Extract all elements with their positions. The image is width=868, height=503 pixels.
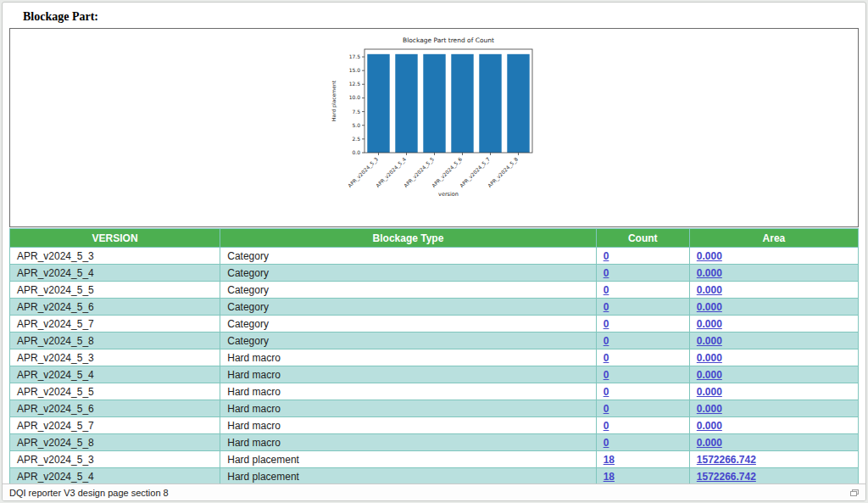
table-row: APR_v2024_5_8Category00.000 bbox=[10, 333, 859, 349]
table-row: APR_v2024_5_6Category00.000 bbox=[10, 299, 859, 316]
version-cell: APR_v2024_5_6 bbox=[10, 299, 220, 316]
area-cell: 0.000 bbox=[689, 349, 858, 366]
area-cell: 0.000 bbox=[689, 366, 858, 383]
area-link[interactable]: 0.000 bbox=[697, 386, 722, 398]
area-link[interactable]: 0.000 bbox=[697, 352, 722, 364]
count-link[interactable]: 0 bbox=[604, 403, 609, 415]
count-link[interactable]: 0 bbox=[604, 386, 609, 398]
plot-border bbox=[364, 49, 532, 153]
count-cell: 0 bbox=[596, 316, 689, 333]
version-cell: APR_v2024_5_8 bbox=[10, 333, 220, 349]
blockage-type-cell: Hard macro bbox=[220, 434, 596, 451]
y-tick-label: 10.0 bbox=[349, 94, 361, 100]
blockage-type-cell: Category bbox=[220, 248, 596, 265]
area-link[interactable]: 0.000 bbox=[697, 335, 722, 347]
table-row: APR_v2024_5_3Hard macro00.000 bbox=[10, 349, 859, 366]
blockage-type-cell: Hard macro bbox=[220, 366, 596, 383]
count-cell: 18 bbox=[596, 451, 689, 468]
area-link[interactable]: 0.000 bbox=[697, 301, 722, 313]
bar-chart: Blockage Part trend of Count0.02.55.07.5… bbox=[327, 32, 541, 200]
report-content: Blockage Part: Blockage Part trend of Co… bbox=[3, 3, 865, 483]
count-link[interactable]: 0 bbox=[604, 352, 609, 364]
count-link[interactable]: 0 bbox=[604, 284, 609, 296]
bar bbox=[479, 54, 501, 153]
version-cell: APR_v2024_5_4 bbox=[10, 366, 220, 383]
y-tick-label: 12.5 bbox=[349, 81, 361, 87]
version-cell: APR_v2024_5_4 bbox=[10, 265, 220, 282]
area-cell: 0.000 bbox=[689, 383, 858, 400]
area-cell: 0.000 bbox=[689, 333, 858, 349]
count-link[interactable]: 18 bbox=[604, 454, 615, 466]
table-row: APR_v2024_5_3Hard placement181572266.742 bbox=[10, 451, 859, 468]
count-link[interactable]: 18 bbox=[604, 471, 615, 483]
x-axis-label: version bbox=[438, 191, 459, 198]
count-link[interactable]: 0 bbox=[604, 369, 609, 381]
table-row: APR_v2024_5_4Hard macro00.000 bbox=[10, 366, 859, 383]
area-link[interactable]: 0.000 bbox=[697, 267, 722, 279]
blockage-type-cell: Hard macro bbox=[220, 400, 596, 417]
count-cell: 0 bbox=[596, 282, 689, 299]
count-link[interactable]: 0 bbox=[604, 420, 609, 432]
area-link[interactable]: 0.000 bbox=[697, 369, 722, 381]
area-cell: 0.000 bbox=[689, 248, 858, 265]
count-cell: 0 bbox=[596, 299, 689, 316]
table-row: APR_v2024_5_7Category00.000 bbox=[10, 316, 859, 333]
count-cell: 0 bbox=[596, 248, 689, 265]
blockage-type-cell: Hard macro bbox=[220, 383, 596, 400]
count-cell: 0 bbox=[596, 349, 689, 366]
count-link[interactable]: 0 bbox=[604, 437, 609, 449]
area-link[interactable]: 0.000 bbox=[697, 403, 722, 415]
y-tick-label: 7.5 bbox=[352, 109, 360, 115]
area-link[interactable]: 0.000 bbox=[697, 284, 722, 296]
area-cell: 0.000 bbox=[689, 265, 858, 282]
blockage-table: VERSIONBlockage TypeCountArea APR_v2024_… bbox=[9, 228, 859, 483]
version-cell: APR_v2024_5_5 bbox=[10, 282, 220, 299]
y-tick-label: 5.0 bbox=[352, 122, 360, 128]
area-link[interactable]: 0.000 bbox=[697, 250, 722, 262]
count-link[interactable]: 0 bbox=[604, 301, 609, 313]
area-link[interactable]: 1572266.742 bbox=[697, 454, 756, 466]
blockage-type-cell: Category bbox=[220, 282, 596, 299]
table-row: APR_v2024_5_6Hard macro00.000 bbox=[10, 400, 859, 417]
area-cell: 0.000 bbox=[689, 316, 858, 333]
count-link[interactable]: 0 bbox=[604, 318, 609, 330]
chart-container: Blockage Part trend of Count0.02.55.07.5… bbox=[9, 28, 859, 227]
area-cell: 0.000 bbox=[689, 282, 858, 299]
chart-title: Blockage Part trend of Count bbox=[403, 36, 494, 44]
area-link[interactable]: 0.000 bbox=[697, 318, 722, 330]
table-row: APR_v2024_5_4Category00.000 bbox=[10, 265, 859, 282]
version-cell: APR_v2024_5_5 bbox=[10, 383, 220, 400]
area-link[interactable]: 1572266.742 bbox=[697, 471, 756, 483]
count-link[interactable]: 0 bbox=[604, 267, 609, 279]
count-link[interactable]: 0 bbox=[604, 335, 609, 347]
area-link[interactable]: 0.000 bbox=[697, 437, 722, 449]
bar bbox=[367, 54, 389, 153]
y-tick-label: 17.5 bbox=[349, 53, 361, 59]
blockage-type-cell: Category bbox=[220, 299, 596, 316]
count-cell: 18 bbox=[596, 468, 689, 484]
status-bar: DQI reporter V3 design page section 8 bbox=[3, 483, 865, 500]
y-axis-label: Hard placement bbox=[331, 80, 337, 121]
version-cell: APR_v2024_5_3 bbox=[10, 451, 220, 468]
restore-window-icon[interactable] bbox=[850, 489, 859, 496]
blockage-type-cell: Hard placement bbox=[220, 451, 596, 468]
count-link[interactable]: 0 bbox=[604, 250, 609, 262]
count-cell: 0 bbox=[596, 333, 689, 349]
count-cell: 0 bbox=[596, 434, 689, 451]
area-link[interactable]: 0.000 bbox=[697, 420, 722, 432]
version-cell: APR_v2024_5_8 bbox=[10, 434, 220, 451]
area-cell: 0.000 bbox=[689, 434, 858, 451]
area-cell: 0.000 bbox=[689, 299, 858, 316]
version-cell: APR_v2024_5_4 bbox=[10, 468, 220, 484]
y-tick-label: 15.0 bbox=[349, 67, 361, 73]
column-header-version: VERSION bbox=[10, 229, 220, 248]
bar bbox=[451, 54, 473, 153]
bar bbox=[423, 54, 445, 153]
bar bbox=[507, 54, 529, 153]
blockage-type-cell: Hard placement bbox=[220, 468, 596, 484]
version-cell: APR_v2024_5_6 bbox=[10, 400, 220, 417]
count-cell: 0 bbox=[596, 400, 689, 417]
version-cell: APR_v2024_5_7 bbox=[10, 316, 220, 333]
version-cell: APR_v2024_5_3 bbox=[10, 248, 220, 265]
blockage-type-cell: Category bbox=[220, 333, 596, 349]
